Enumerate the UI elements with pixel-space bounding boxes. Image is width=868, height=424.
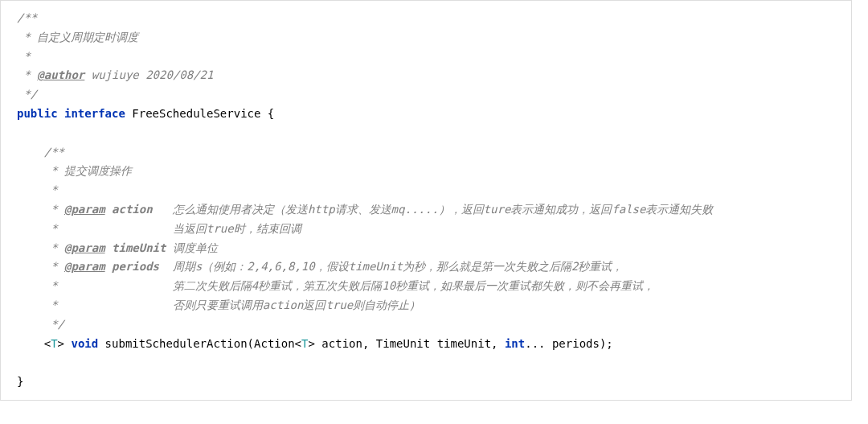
comment-text: * 当返回true时，结束回调	[44, 222, 301, 235]
code-line: */	[17, 85, 843, 105]
code-line: /**	[17, 9, 843, 28]
code-segment: ... periods);	[525, 337, 613, 350]
code-line: * @param timeUnit 调度单位	[17, 239, 843, 258]
code-line: /**	[17, 143, 843, 163]
doc-tag-param: @param	[64, 260, 105, 273]
code-line: */	[17, 315, 843, 335]
keyword-segment: void	[71, 337, 98, 350]
comment-text: /**	[44, 146, 64, 158]
doc-param-name: timeUnit	[105, 241, 166, 254]
code-segment: submitSchedulerAction(Action<	[98, 337, 301, 350]
comment-prefix: *	[17, 68, 37, 81]
comment-text: * 自定义周期定时调度	[17, 31, 138, 43]
comment-text: /**	[17, 11, 37, 24]
keyword-segment: int	[505, 337, 525, 350]
code-line	[17, 353, 843, 373]
type-param-segment: T	[51, 337, 57, 350]
code-content: /** * 自定义周期定时调度 * * @author wujiuye 2020…	[17, 9, 843, 392]
code-line: * 第二次失败后隔4秒重试，第五次失败后隔10秒重试，如果最后一次重试都失败，则…	[17, 277, 843, 296]
keyword: public interface	[17, 107, 125, 120]
code-line: * @param action 怎么通知使用者决定（发送http请求、发送mq.…	[17, 200, 843, 220]
doc-param-name: periods	[105, 260, 159, 273]
code-line: public interface FreeScheduleService {	[17, 105, 843, 124]
code-line: <T> void submitSchedulerAction(Action<T>…	[17, 335, 843, 354]
code-segment: > action, TimeUnit timeUnit,	[308, 337, 504, 350]
doc-tag-author: @author	[37, 68, 84, 81]
code-line: * 提交调度操作	[17, 162, 843, 181]
code-line: *	[17, 47, 843, 67]
comment-text: * 否则只要重试调用action返回true则自动停止）	[44, 298, 420, 311]
comment-text: * 提交调度操作	[44, 164, 132, 177]
comment-prefix: *	[44, 260, 64, 273]
comment-text: *	[17, 50, 31, 63]
code-line: * @param periods 周期s（例如：2,4,6,8,10，假设tim…	[17, 257, 843, 277]
doc-tag-param: @param	[64, 241, 105, 254]
code-line: * 当返回true时，结束回调	[17, 220, 843, 239]
comment-rest: wujiuye 2020/08/21	[84, 68, 213, 81]
code-line: * 自定义周期定时调度	[17, 28, 843, 47]
comment-text: */	[17, 88, 37, 101]
comment-rest: 调度单位	[166, 241, 217, 254]
code-segment: >	[58, 337, 72, 350]
code-segment: <	[44, 337, 51, 350]
code-line: *	[17, 181, 843, 200]
comment-rest: 周期s（例如：2,4,6,8,10，假设timeUnit为秒，那么就是第一次失败…	[159, 260, 623, 273]
doc-tag-param: @param	[64, 203, 105, 216]
comment-prefix: *	[44, 203, 64, 216]
comment-prefix: *	[44, 241, 64, 254]
code-line: * @author wujiuye 2020/08/21	[17, 66, 843, 85]
doc-param-name: action	[105, 203, 153, 216]
comment-text: *	[44, 183, 58, 196]
code-line: * 否则只要重试调用action返回true则自动停止）	[17, 296, 843, 315]
code-editor: /** * 自定义周期定时调度 * * @author wujiuye 2020…	[9, 9, 843, 392]
comment-rest: 怎么通知使用者决定（发送http请求、发送mq.....），返回ture表示通知…	[153, 203, 714, 216]
code-line	[17, 124, 843, 143]
comment-text: */	[44, 318, 64, 331]
code-line: }	[17, 373, 843, 392]
comment-text: * 第二次失败后隔4秒重试，第五次失败后隔10秒重试，如果最后一次重试都失败，则…	[44, 279, 654, 292]
code-text: }	[17, 375, 23, 388]
class-decl: FreeScheduleService {	[125, 107, 274, 120]
